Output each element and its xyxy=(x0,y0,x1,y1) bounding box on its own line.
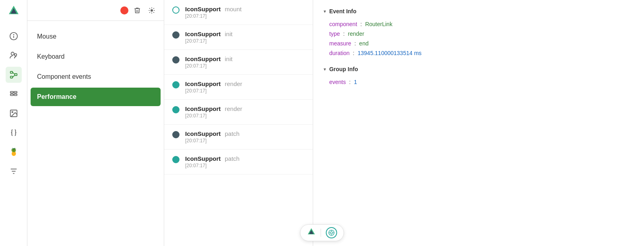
type-key: type xyxy=(329,31,340,37)
event-title: IconSupport patch xyxy=(185,130,239,137)
svg-point-3 xyxy=(11,52,14,55)
filter-sidebar-icon[interactable] xyxy=(6,163,22,179)
event-component: IconSupport xyxy=(185,105,221,112)
info-sidebar-icon[interactable] xyxy=(6,28,22,44)
bottom-bar xyxy=(300,224,344,241)
event-dot xyxy=(172,56,180,64)
collapse-triangle: ▼ xyxy=(323,67,327,72)
event-component: IconSupport xyxy=(185,55,221,62)
event-type: patch xyxy=(225,155,240,162)
nav-item-keyboard[interactable]: Keyboard xyxy=(27,47,164,66)
settings-button[interactable] xyxy=(146,5,157,16)
event-title: IconSupport render xyxy=(185,80,242,87)
event-info-title: Event Info xyxy=(329,8,357,14)
event-item[interactable]: IconSupport init [20:07:17] xyxy=(164,25,313,50)
duration-key: duration xyxy=(329,50,350,56)
nav-item-mouse[interactable]: Mouse xyxy=(27,27,164,46)
bottom-target-icon[interactable] xyxy=(326,227,337,238)
event-content: IconSupport patch [20:07:17] xyxy=(185,130,239,144)
event-dot xyxy=(172,6,180,14)
measure-key: measure xyxy=(329,40,351,47)
curly-sidebar-icon[interactable] xyxy=(6,125,22,141)
event-item[interactable]: IconSupport patch [20:07:17] xyxy=(164,150,313,174)
event-dot xyxy=(172,106,180,113)
layout-sidebar-icon[interactable] xyxy=(6,86,22,102)
event-time: [20:07:17] xyxy=(185,13,242,19)
svg-rect-12 xyxy=(10,94,13,96)
pineapple-sidebar-icon[interactable]: 🍍 xyxy=(6,144,22,160)
event-type: patch xyxy=(225,130,240,137)
delete-button[interactable] xyxy=(132,5,143,16)
event-content: IconSupport render [20:07:17] xyxy=(185,105,242,119)
nav-item-performance[interactable]: Performance xyxy=(31,88,161,106)
event-type: render xyxy=(225,80,242,87)
svg-rect-5 xyxy=(10,72,12,74)
svg-point-20 xyxy=(151,10,152,11)
events-value: 1 xyxy=(354,79,357,85)
event-dot xyxy=(172,156,180,163)
bottom-vue-logo[interactable] xyxy=(307,228,316,238)
image-sidebar-icon[interactable] xyxy=(6,105,22,121)
info-panel: ▼ Event Info component : RouterLink type… xyxy=(313,0,644,246)
event-info-component-row: component : RouterLink xyxy=(323,19,634,29)
event-item[interactable]: IconSupport render [20:07:17] xyxy=(164,75,313,100)
colon: : xyxy=(353,50,355,56)
bottom-divider xyxy=(321,229,321,237)
duration-value: 13945.110000133514 ms xyxy=(357,50,421,56)
group-info-events-row: events : 1 xyxy=(323,77,634,87)
event-content: IconSupport patch [20:07:17] xyxy=(185,155,239,168)
event-time: [20:07:17] xyxy=(185,113,242,119)
events-panel: IconSupport mount [20:07:17] IconSupport… xyxy=(164,0,313,246)
group-info-header[interactable]: ▼ Group Info xyxy=(323,66,634,72)
event-title: IconSupport mount xyxy=(185,6,242,12)
event-content: IconSupport init [20:07:17] xyxy=(185,31,233,44)
event-component: IconSupport xyxy=(185,6,221,12)
event-item[interactable]: IconSupport render [20:07:17] xyxy=(164,100,313,125)
event-info-header[interactable]: ▼ Event Info xyxy=(323,8,634,14)
vue-logo[interactable] xyxy=(8,5,20,18)
svg-rect-7 xyxy=(14,74,17,76)
events-key: events xyxy=(329,79,346,85)
svg-line-8 xyxy=(12,72,15,75)
colon: : xyxy=(354,40,356,47)
record-button[interactable] xyxy=(120,6,128,14)
svg-rect-6 xyxy=(10,76,12,78)
event-item[interactable]: IconSupport init [20:07:17] xyxy=(164,50,313,75)
event-content: IconSupport render [20:07:17] xyxy=(185,80,242,94)
svg-point-22 xyxy=(330,232,332,234)
event-info-measure-row: measure : end xyxy=(323,39,634,48)
nav-panel: Mouse Keyboard Component events Performa… xyxy=(27,0,164,246)
event-component: IconSupport xyxy=(185,31,221,37)
event-dot xyxy=(172,31,180,39)
users-sidebar-icon[interactable] xyxy=(6,47,22,64)
event-content: IconSupport init [20:07:17] xyxy=(185,55,233,69)
event-type: render xyxy=(225,105,242,112)
colon: : xyxy=(360,21,362,27)
event-time: [20:07:17] xyxy=(185,88,242,94)
event-item[interactable]: IconSupport patch [20:07:17] xyxy=(164,125,313,150)
component-key: component xyxy=(329,21,357,27)
event-info-duration-row: duration : 13945.110000133514 ms xyxy=(323,48,634,58)
event-info-type-row: type : render xyxy=(323,29,634,39)
component-tree-sidebar-icon[interactable] xyxy=(6,67,22,83)
event-title: IconSupport init xyxy=(185,55,233,62)
event-component: IconSupport xyxy=(185,155,221,162)
type-value: render xyxy=(348,31,364,37)
event-title: IconSupport render xyxy=(185,105,242,112)
svg-point-4 xyxy=(14,53,17,56)
event-component: IconSupport xyxy=(185,130,221,137)
event-dot xyxy=(172,81,180,88)
event-content: IconSupport mount [20:07:17] xyxy=(185,6,242,19)
measure-value: end xyxy=(359,40,368,47)
svg-line-9 xyxy=(12,75,15,78)
nav-item-component-events[interactable]: Component events xyxy=(27,68,164,86)
event-time: [20:07:17] xyxy=(185,163,239,168)
svg-rect-11 xyxy=(14,92,17,93)
event-title: IconSupport init xyxy=(185,31,233,37)
event-time: [20:07:17] xyxy=(185,38,233,44)
nav-panel-header xyxy=(27,0,164,21)
collapse-triangle: ▼ xyxy=(323,9,327,14)
event-info-section: ▼ Event Info component : RouterLink type… xyxy=(323,8,634,58)
event-type: init xyxy=(225,55,233,62)
event-item[interactable]: IconSupport mount [20:07:17] xyxy=(164,0,313,25)
